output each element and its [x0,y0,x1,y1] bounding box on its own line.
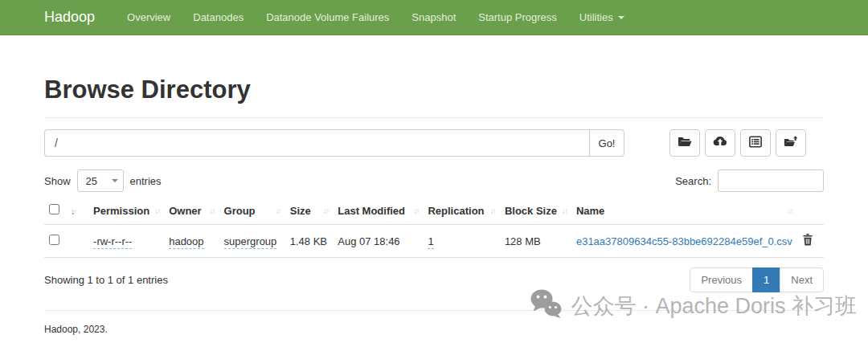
column-header-actions [797,197,824,225]
upload-file-button[interactable] [705,129,735,157]
footer-copyright: Hadoop, 2023. [44,324,824,335]
nav-item-datanode-volume-failures[interactable]: Datanode Volume Failures [255,11,400,23]
select-all-checkbox[interactable] [49,204,59,214]
row-sort-cell [66,225,88,258]
page-title: Browse Directory [44,76,824,104]
cut-paste-button[interactable] [776,129,806,157]
path-bar: Go! [44,129,824,157]
explorer-action-buttons [669,129,806,157]
last-modified-cell: Aug 07 18:46 [333,225,423,258]
page-1-button[interactable]: 1 [752,267,780,292]
table-footer: Showing 1 to 1 of 1 entries Previous 1 N… [44,267,824,292]
nav-item-utilities-label: Utilities [579,11,613,23]
go-button[interactable]: Go! [589,129,624,157]
table-header-row: ↓↑ Permission ↓↑ Owner ↓↑ Group ↓↑ Size … [44,197,824,225]
entries-label: entries [130,175,162,187]
table-controls: Show 25 entries Search: [44,169,824,192]
row-select-cell [44,225,66,258]
column-header-name[interactable]: Name ↓↑ [571,197,797,225]
pagination: Previous 1 Next [690,267,824,292]
actions-cell [797,225,824,258]
column-header-owner[interactable]: Owner ↓↑ [164,197,219,225]
nav-item-overview[interactable]: Overview [116,11,182,23]
nav-item-startup-progress[interactable]: Startup Progress [467,11,568,23]
sort-icon: ↓↑ [71,207,76,216]
column-header-group[interactable]: Group ↓↑ [219,197,285,225]
replication-cell: 1 [423,225,499,258]
file-list-button[interactable] [740,129,771,157]
nav-item-datanodes[interactable]: Datanodes [182,11,255,23]
footer-divider [44,310,824,311]
next-page-button[interactable]: Next [780,267,824,292]
sort-icon: ↓↑ [276,206,280,215]
trash-icon [802,236,813,248]
group-cell: supergroup [219,225,285,258]
sort-header[interactable]: ↓↑ [66,197,88,225]
delete-file-button[interactable] [802,234,813,248]
previous-page-button[interactable]: Previous [690,267,753,292]
block-size-cell: 128 MB [500,225,571,258]
size-cell: 1.48 KB [285,225,333,258]
entries-select[interactable]: 25 [77,169,124,192]
sort-icon: ↓↑ [562,206,567,215]
sort-icon: ↓↑ [788,206,792,215]
permission-value[interactable]: -rw-r--r-- [93,235,132,249]
search-label: Search: [675,175,711,187]
top-navbar: Hadoop Overview Datanodes Datanode Volum… [0,0,868,35]
entries-info: Showing 1 to 1 of 1 entries [44,274,168,286]
brand-hadoop[interactable]: Hadoop [44,9,95,26]
permission-cell: -rw-r--r-- [88,225,164,258]
column-header-last-modified[interactable]: Last Modified ↓↑ [333,197,423,225]
folder-open-icon [678,136,692,150]
create-directory-button[interactable] [669,129,700,157]
table-row: -rw-r--r-- hadoop supergroup 1.48 KB Aug… [44,225,824,258]
nav-item-snapshot[interactable]: Snapshot [400,11,467,23]
folder-move-icon [784,136,798,150]
owner-cell: hadoop [164,225,219,258]
divider [44,117,824,118]
sort-icon: ↓↑ [413,206,418,215]
group-value[interactable]: supergroup [224,235,277,249]
search-control: Search: [675,169,824,192]
show-label: Show [44,175,71,187]
page-length-control: Show 25 entries [44,169,162,192]
nav-item-utilities[interactable]: Utilities [568,11,636,23]
row-checkbox[interactable] [49,235,59,245]
replication-value[interactable]: 1 [428,235,433,249]
cloud-upload-icon [713,136,727,150]
column-header-block-size[interactable]: Block Size ↓↑ [500,197,571,225]
search-input[interactable] [718,169,824,192]
sort-icon: ↓↑ [490,206,495,215]
directory-table: ↓↑ Permission ↓↑ Owner ↓↑ Group ↓↑ Size … [44,197,824,258]
column-header-permission[interactable]: Permission ↓↑ [88,197,164,225]
sort-icon: ↓↑ [323,206,328,215]
chevron-down-icon [618,16,624,19]
list-alt-icon [749,136,762,150]
file-name-link[interactable]: e31aa37809634c55-83bbe692284e59ef_0.csv [576,235,792,247]
path-input-group: Go! [44,129,624,157]
owner-value[interactable]: hadoop [169,235,203,249]
sort-icon: ↓↑ [154,206,159,215]
select-all-header[interactable] [44,197,66,225]
directory-path-input[interactable] [44,129,589,157]
column-header-size[interactable]: Size ↓↑ [285,197,333,225]
column-header-replication[interactable]: Replication ↓↑ [423,197,499,225]
sort-icon: ↓↑ [210,206,215,215]
name-cell: e31aa37809634c55-83bbe692284e59ef_0.csv [571,225,797,258]
